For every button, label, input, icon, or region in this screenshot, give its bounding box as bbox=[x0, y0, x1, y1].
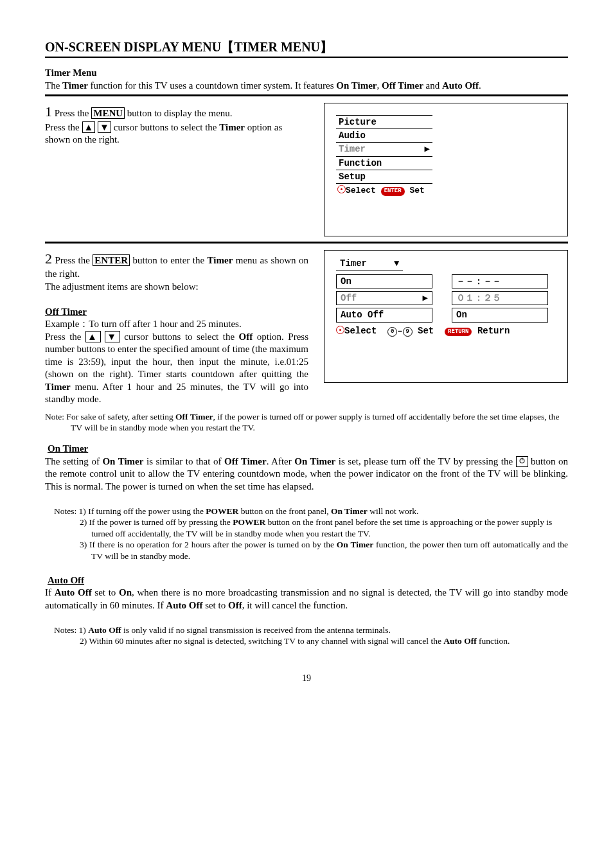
auto-off-heading: Auto Off bbox=[48, 574, 568, 587]
osd-main-menu: Picture Audio Timer▶ Function Setup Sele… bbox=[336, 115, 432, 197]
up-arrow-key-2: ▲ bbox=[85, 331, 101, 342]
step2-s1: Press the bbox=[55, 255, 89, 265]
intro-line: The Timer function for this TV uses a co… bbox=[45, 80, 568, 93]
timer-header: Timer ▼ bbox=[336, 257, 403, 270]
val-autooff: On bbox=[452, 308, 548, 322]
auto-off-body: If Auto Off set to On, when there is no … bbox=[45, 587, 568, 612]
menu-item-picture: Picture bbox=[336, 115, 432, 129]
ot-l1a: Press the bbox=[45, 332, 82, 342]
ot-l1b: cursor buttons to select the bbox=[124, 332, 235, 342]
joystick-icon-2 bbox=[336, 326, 344, 334]
down-arrow-key-2: ▼ bbox=[105, 331, 120, 342]
osd-panel-main-menu: Picture Audio Timer▶ Function Setup Sele… bbox=[324, 103, 568, 236]
set-label: Set bbox=[409, 186, 424, 195]
val-off: ０１：２５ bbox=[452, 291, 548, 305]
row-off: Off▶ bbox=[336, 291, 432, 305]
on-timer-heading: On Timer bbox=[48, 443, 568, 456]
zero-icon: 0 bbox=[387, 327, 397, 337]
up-arrow-key: ▲ bbox=[82, 121, 96, 133]
step1-text: 1 Press the MENU button to display the m… bbox=[45, 103, 316, 146]
down-triangle-icon: ▼ bbox=[394, 258, 399, 269]
note-off-timer: Note: For sake of safety, after setting … bbox=[45, 411, 568, 434]
row-autooff: Auto Off bbox=[336, 308, 432, 322]
set-label-2: Set bbox=[418, 326, 434, 336]
heading-sub: TIMER MENU bbox=[234, 40, 320, 54]
right-triangle-icon: ▶ bbox=[425, 143, 430, 155]
ot-l1d: menu. After 1 hour and 25 minutes, the T… bbox=[45, 382, 308, 405]
step2-number: 2 bbox=[45, 251, 52, 267]
bracket-close: 】 bbox=[320, 40, 333, 54]
menu-item-setup: Setup bbox=[336, 170, 432, 184]
menu-item-audio: Audio bbox=[336, 129, 432, 143]
notes-on-1: Notes: 1) If turning off the power using… bbox=[45, 506, 568, 517]
select-label-2: Select bbox=[344, 326, 377, 336]
return-label: Return bbox=[477, 326, 510, 336]
step1-line2b: cursor buttons to select the bbox=[114, 122, 217, 132]
step1-s1: Press the bbox=[55, 108, 89, 118]
power-icon bbox=[516, 456, 528, 467]
step1-line2a: Press the bbox=[45, 122, 80, 132]
page-heading: ON-SCREEN DISPLAY MENU【TIMER MENU】 bbox=[45, 39, 568, 58]
notes-auto-2: 2) Within 60 minutes after no signal is … bbox=[45, 635, 568, 647]
notes-on-2: 2) If the power is turned off by pressin… bbox=[45, 517, 568, 539]
down-arrow-key: ▼ bbox=[98, 121, 111, 133]
menu-item-function: Function bbox=[336, 157, 432, 170]
val-on: －－：－－ bbox=[452, 274, 548, 288]
menu-item-timer: Timer▶ bbox=[336, 143, 432, 156]
timer-menu-subheading: Timer Menu bbox=[45, 67, 568, 80]
off-timer-body: Press the ▲ ▼ cursor buttons to select t… bbox=[45, 331, 308, 406]
joystick-icon bbox=[337, 185, 346, 193]
osd2-footer: Select 0–9 Set RETURN Return bbox=[336, 323, 556, 337]
row-on: On bbox=[336, 274, 432, 288]
off-timer-heading: Off Timer bbox=[45, 306, 308, 319]
step2-s2: button to enter the bbox=[132, 255, 204, 265]
enter-badge: ENTER bbox=[381, 187, 405, 196]
notes-on-3: 3) If there is no operation for 2 hours … bbox=[45, 539, 568, 562]
step1-number: 1 bbox=[45, 103, 52, 120]
timer-word-3: Timer bbox=[45, 382, 71, 392]
bracket-open: 【 bbox=[221, 40, 234, 54]
heading-main: ON-SCREEN DISPLAY MENU bbox=[45, 40, 221, 54]
step1-s2: button to display the menu. bbox=[127, 108, 233, 118]
menu-button-label: MENU bbox=[91, 107, 125, 119]
off-word: Off bbox=[239, 332, 253, 342]
osd-footer: Select ENTER Set bbox=[336, 184, 432, 197]
page-number: 19 bbox=[45, 673, 568, 684]
example-rest: To turn off after 1 hour and 25 minutes. bbox=[89, 319, 241, 329]
divider-thick bbox=[45, 94, 568, 96]
notes-auto-1: Notes: 1) Auto Off is only valid if no s… bbox=[45, 624, 568, 636]
timer-word-2: Timer bbox=[208, 255, 233, 265]
off-timer-example: Example：To turn off after 1 hour and 25 … bbox=[45, 318, 308, 331]
step2-text: 2 Press the ENTER button to enter the Ti… bbox=[45, 250, 316, 406]
on-timer-body: The setting of On Timer is similar to th… bbox=[45, 456, 568, 493]
enter-button-label: ENTER bbox=[93, 254, 130, 266]
select-label: Select bbox=[346, 186, 376, 195]
return-badge: RETURN bbox=[445, 328, 472, 337]
example-lead: Example： bbox=[45, 319, 89, 329]
right-triangle-icon-2: ▶ bbox=[423, 292, 428, 304]
nine-icon: 9 bbox=[403, 327, 413, 337]
timer-word: Timer bbox=[219, 122, 245, 132]
divider bbox=[45, 242, 568, 244]
osd-panel-timer-menu: Timer ▼ On Off▶ Auto Off －－：－－ ０１：２５ On … bbox=[324, 250, 568, 383]
step2-line2: The adjustment items are shown below: bbox=[45, 281, 308, 294]
